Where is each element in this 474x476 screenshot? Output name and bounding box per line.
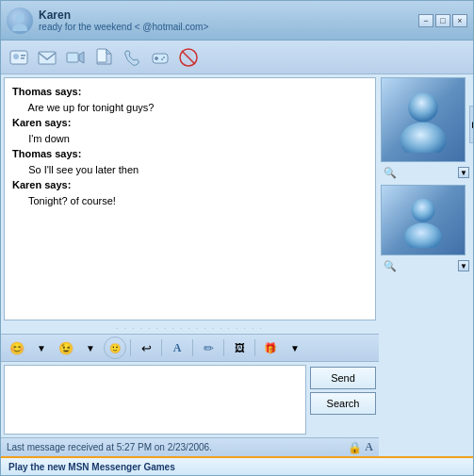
status-icons: 🔒 A (348, 440, 373, 454)
minimize-button[interactable]: − (418, 14, 433, 27)
contact-avatar-image (390, 87, 456, 153)
message-speaker: Thomas says: (12, 86, 81, 97)
phone-call-button[interactable] (119, 44, 145, 71)
panel-expand-arrow[interactable]: ▶ (469, 106, 473, 143)
font-size-icon: A (365, 440, 373, 454)
footer-text: Play the new MSN Messenger Games (8, 462, 175, 472)
avatar-controls-bottom: 🔍 ▼ (381, 257, 471, 274)
avatar-zoom-icon[interactable]: 🔍 (383, 165, 398, 180)
svg-point-0 (15, 13, 25, 23)
message-speaker: Karen says: (12, 117, 71, 128)
list-item: So I'll see you later then (12, 162, 368, 178)
send-button[interactable]: Send (310, 367, 376, 389)
toolbar-separator-2 (161, 339, 162, 356)
font-button[interactable]: A (166, 336, 188, 359)
main-content: Thomas says: Are we up for tonight guys?… (1, 74, 473, 456)
svg-rect-13 (155, 57, 158, 59)
window-controls: − □ × (418, 14, 467, 27)
toolbar-separator-1 (130, 339, 131, 356)
back-button[interactable]: ↩ (135, 336, 157, 359)
contact-name: Karen (39, 8, 208, 22)
svg-rect-4 (21, 55, 25, 57)
message-text: Are we up for tonight guys? (12, 102, 154, 113)
contact-card-icon (8, 47, 29, 68)
message-speaker: Thomas says: (12, 148, 81, 159)
contact-status: ready for the weekend < @hotmail.com> (39, 22, 208, 32)
phone-icon (122, 47, 142, 68)
svg-rect-7 (67, 53, 78, 62)
svg-rect-2 (10, 51, 27, 64)
toolbar-separator-4 (223, 339, 224, 356)
message-text: I'm down (12, 133, 70, 144)
photo-share-button[interactable]: 🖼 (228, 336, 251, 359)
title-bar: Karen ready for the weekend < @hotmail.c… (1, 1, 473, 41)
search-button[interactable]: Search (310, 392, 376, 415)
wink-dropdown[interactable]: ▼ (79, 336, 102, 359)
ink-button[interactable]: ✏ (197, 336, 220, 359)
toolbar-separator-5 (254, 339, 255, 356)
svg-marker-8 (79, 52, 84, 63)
status-bar: Last message received at 5:27 PM on 2/23… (1, 437, 379, 456)
my-avatar-image (396, 193, 450, 248)
right-panel: 🔍 ▼ (379, 74, 473, 456)
message-text: So I'll see you later then (12, 164, 139, 175)
svg-rect-5 (21, 57, 25, 59)
messenger-window: Karen ready for the weekend < @hotmail.c… (0, 0, 474, 476)
chat-messages-area[interactable]: Thomas says: Are we up for tonight guys?… (4, 77, 376, 320)
list-item: Thomas says: (12, 146, 368, 162)
input-buttons: Send Search (310, 365, 376, 435)
gift-button[interactable]: 🎁 (259, 336, 282, 359)
message-speaker: Karen says: (12, 179, 71, 190)
maximize-button[interactable]: □ (435, 14, 450, 27)
send-file-button[interactable] (90, 44, 117, 71)
svg-point-3 (13, 54, 19, 59)
games-button[interactable] (147, 44, 173, 71)
avatar-dropdown-top[interactable]: ▼ (458, 167, 469, 178)
svg-point-15 (161, 58, 163, 60)
message-text: Tonight? of course! (12, 195, 116, 206)
contact-avatar-large (381, 77, 466, 162)
message-input[interactable] (4, 365, 306, 435)
input-toolbar: 😊 ▼ 😉 ▼ 🙂 ↩ A ✏ 🖼 🎁 ▼ (1, 334, 379, 362)
block-contact-button[interactable] (175, 44, 202, 71)
emoticon-dropdown[interactable]: ▼ (30, 336, 53, 359)
close-button[interactable]: × (452, 14, 467, 27)
my-avatar-small (381, 185, 466, 255)
contact-avatar-icon (9, 10, 30, 31)
last-message-status: Last message received at 5:27 PM on 2/23… (7, 442, 212, 452)
svg-point-23 (404, 222, 442, 248)
wink-button[interactable]: 😉 (55, 336, 77, 359)
svg-rect-9 (97, 49, 106, 62)
list-item: Karen says: (12, 177, 368, 193)
toolbar-separator-3 (192, 339, 193, 356)
chat-container: Thomas says: Are we up for tonight guys?… (1, 74, 379, 456)
svg-point-20 (408, 92, 438, 123)
avatar-controls-top: 🔍 ▼ (381, 164, 471, 181)
view-contact-button[interactable] (6, 44, 32, 71)
title-text: Karen ready for the weekend < @hotmail.c… (39, 8, 208, 32)
email-icon (37, 47, 57, 68)
svg-point-1 (12, 24, 27, 31)
gift-dropdown[interactable]: ▼ (284, 336, 306, 359)
my-avatar-zoom-icon[interactable]: 🔍 (383, 258, 398, 273)
lock-icon: 🔒 (348, 441, 362, 454)
list-item: Thomas says: (12, 84, 368, 100)
svg-point-14 (163, 57, 165, 58)
video-call-button[interactable] (62, 44, 89, 71)
svg-point-21 (400, 123, 447, 153)
list-item: Tonight? of course! (12, 193, 368, 209)
nudge-button[interactable]: 🙂 (104, 336, 126, 359)
input-area: Send Search (1, 362, 379, 437)
title-left: Karen ready for the weekend < @hotmail.c… (7, 8, 208, 34)
resize-handle[interactable]: · · · · · · · · · · · · · · · · · · · (1, 323, 379, 334)
list-item: Are we up for tonight guys? (12, 100, 368, 116)
svg-point-22 (412, 198, 435, 222)
contact-avatar-title (7, 8, 33, 34)
avatar-dropdown-bottom[interactable]: ▼ (458, 260, 469, 271)
send-email-button[interactable] (34, 44, 60, 71)
footer-bar: Play the new MSN Messenger Games (1, 456, 473, 475)
main-toolbar (1, 41, 473, 74)
games-icon (150, 47, 171, 68)
svg-rect-6 (39, 52, 56, 64)
emoticon-button[interactable]: 😊 (6, 336, 28, 359)
